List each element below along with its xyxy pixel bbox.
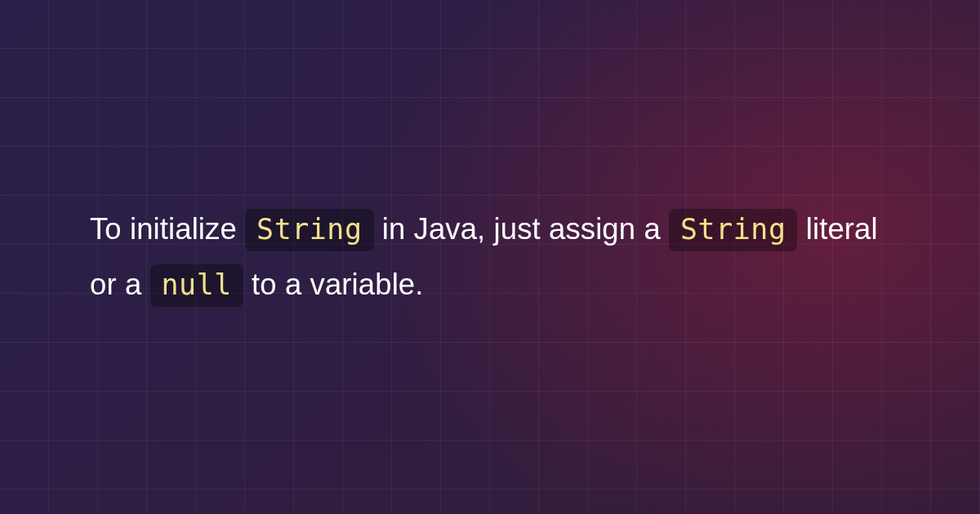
content-container: To initialize String in Java, just assig… (0, 0, 980, 514)
text-fragment: To initialize (90, 212, 245, 246)
code-string-2: String (669, 209, 797, 251)
code-null: null (150, 264, 243, 307)
text-fragment: in Java, just assign a (382, 212, 669, 246)
sentence: To initialize String in Java, just assig… (90, 202, 890, 312)
code-string-1: String (245, 209, 373, 251)
text-fragment: to a variable. (252, 268, 423, 301)
